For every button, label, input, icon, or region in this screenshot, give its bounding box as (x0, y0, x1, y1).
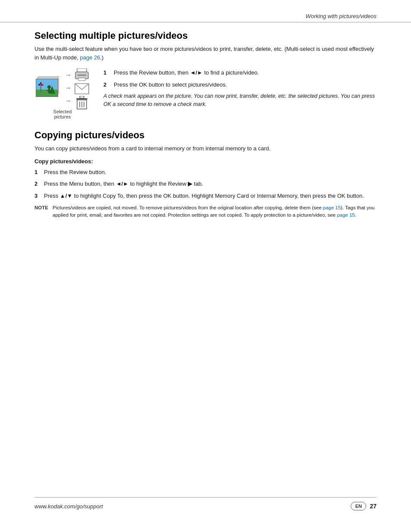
subsection-heading: Copy pictures/videos: (34, 158, 377, 165)
svg-rect-10 (78, 78, 85, 81)
step-2: 2 Press the OK button to select pictures… (103, 81, 377, 89)
svg-rect-7 (77, 68, 87, 72)
arrows-column: → → → (65, 68, 71, 107)
section1-heading: Selecting multiple pictures/videos (34, 30, 377, 41)
section2-intro: You can copy pictures/videos from a card… (34, 144, 377, 153)
copy-step-3: 3 Press ▲/▼ to highlight Copy To, then p… (34, 192, 377, 200)
photo-stack: ✓ (36, 76, 62, 100)
note-label: NOTE (34, 204, 50, 219)
page-number: 27 (370, 503, 377, 510)
main-content: Selecting multiple pictures/videos Use t… (0, 30, 411, 219)
steps-column: 1 Press the Review button, then ◄/► to f… (103, 68, 377, 119)
arrow-1: → (65, 72, 71, 78)
section1-link[interactable]: page 26 (80, 54, 100, 61)
photo-front: ✓ (36, 79, 58, 97)
checkmark-icon: ✓ (37, 81, 43, 87)
step-1: 1 Press the Review button, then ◄/► to f… (103, 68, 377, 77)
svg-rect-13 (76, 98, 87, 100)
step1-num: 1 (103, 68, 110, 77)
printer-icon-box (75, 68, 89, 81)
step-italic-note: A check mark appears on the picture. You… (103, 92, 377, 109)
arrow-2: → (65, 84, 71, 91)
lang-label: EN (355, 504, 362, 509)
trash-icon-box (75, 96, 89, 110)
envelope-icon-box (75, 83, 89, 94)
copy-step-1: 1 Press the Review button. (34, 168, 377, 177)
printer-icon (75, 68, 89, 81)
trash-icon (76, 96, 88, 110)
note-link-2[interactable]: page 15 (337, 212, 355, 218)
envelope-icon (75, 83, 89, 94)
page: Working with pictures/videos Selecting m… (0, 0, 411, 532)
section2-heading: Copying pictures/videos (34, 130, 377, 141)
step2-text: Press the OK button to select pictures/v… (114, 81, 227, 89)
copy-step3-text: Press ▲/▼ to highlight Copy To, then pre… (44, 192, 377, 200)
footer-page: EN 27 (351, 502, 377, 510)
caption-line2: pictures (54, 114, 71, 119)
copy-step1-text: Press the Review button. (44, 168, 377, 177)
illus-row: ✓ → → → (36, 68, 89, 107)
footer: www.kodak.com/go/support EN 27 (34, 497, 377, 510)
copy-step-2: 2 Press the Menu button, then ◄/► to hig… (34, 180, 377, 188)
copy-step2-num: 2 (34, 180, 40, 188)
svg-rect-4 (47, 90, 52, 91)
svg-rect-12 (80, 96, 84, 98)
copy-step1-num: 1 (34, 168, 40, 177)
illustration-caption: Selected pictures (53, 109, 72, 119)
section1-intro: Use the multi-select feature when you ha… (34, 45, 377, 62)
en-badge: EN (351, 502, 366, 510)
step1-text: Press the Review button, then ◄/► to fin… (114, 68, 259, 77)
step2-num: 2 (103, 81, 110, 89)
page-header: Working with pictures/videos (0, 0, 411, 22)
arrow-3: → (65, 97, 71, 104)
note-section: NOTE Pictures/videos are copied, not mov… (34, 204, 377, 219)
note-text: Pictures/videos are copied, not moved. T… (53, 204, 377, 219)
footer-url: www.kodak.com/go/support (34, 503, 103, 510)
note-link-1[interactable]: page 15 (323, 205, 341, 210)
svg-rect-9 (78, 75, 86, 76)
section1-intro-end: .) (100, 54, 104, 61)
caption-line1: Selected (53, 109, 72, 114)
copy-step2-text: Press the Menu button, then ◄/► to highl… (44, 180, 377, 188)
svg-point-2 (47, 85, 51, 89)
illustration-area: ✓ → → → (34, 68, 90, 119)
copy-step3-num: 3 (34, 192, 40, 200)
header-title: Working with pictures/videos (305, 13, 377, 19)
multiselect-content: ✓ → → → (34, 68, 377, 119)
icons-column (75, 68, 89, 107)
